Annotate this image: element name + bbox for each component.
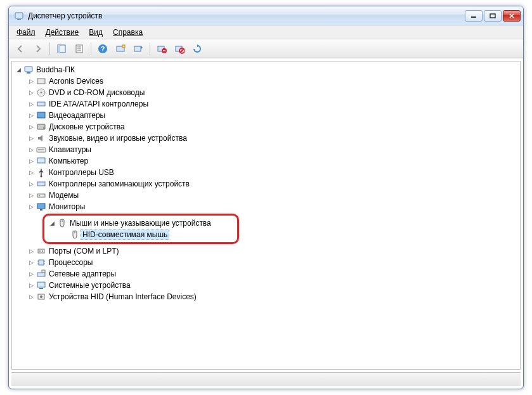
- expand-icon[interactable]: ▷: [27, 191, 35, 199]
- device-manager-window: Диспетчер устройств Файл Действие Вид Сп…: [8, 6, 524, 389]
- expand-icon[interactable]: ▷: [27, 77, 35, 85]
- expand-icon[interactable]: ▷: [27, 100, 35, 108]
- expand-icon[interactable]: ▷: [27, 112, 35, 119]
- hdd-icon: [36, 122, 46, 132]
- svg-rect-23: [37, 79, 45, 84]
- svg-rect-5: [58, 45, 60, 53]
- tree-item-computer[interactable]: ▷Компьютер: [25, 155, 520, 167]
- menu-action[interactable]: Действие: [41, 27, 84, 38]
- svg-rect-27: [37, 112, 45, 118]
- system-icon: [36, 280, 46, 290]
- pc-icon: [36, 156, 46, 166]
- tree-item-storage-ctrl[interactable]: ▷Контроллеры запоминающих устройств: [25, 178, 520, 190]
- expand-icon[interactable]: ▷: [27, 157, 35, 165]
- tree-item-usb[interactable]: ▷Контроллеры USB: [25, 167, 520, 178]
- expand-icon[interactable]: ▷: [27, 247, 35, 255]
- tree-item-ports[interactable]: ▷Порты (COM и LPT): [25, 245, 520, 257]
- tree-item-hid[interactable]: ▷Устройства HID (Human Interface Devices…: [25, 291, 520, 302]
- expand-icon[interactable]: ▷: [27, 293, 35, 301]
- refresh-button[interactable]: [190, 41, 205, 56]
- svg-rect-51: [37, 282, 45, 287]
- show-hide-tree-button[interactable]: [54, 41, 69, 56]
- svg-rect-22: [27, 72, 30, 74]
- menu-view[interactable]: Вид: [84, 27, 108, 38]
- forward-button[interactable]: [30, 41, 46, 56]
- collapse-icon[interactable]: ◢: [15, 66, 22, 74]
- minimize-button[interactable]: [465, 10, 483, 22]
- titlebar: Диспетчер устройств: [9, 6, 523, 25]
- menu-help[interactable]: Справка: [108, 27, 148, 38]
- tree-item-disk[interactable]: ▷Дисковые устройства: [25, 121, 520, 133]
- maximize-button[interactable]: [484, 10, 502, 22]
- svg-rect-35: [37, 194, 45, 197]
- device-icon: [36, 76, 46, 86]
- tree-label: Buddha-ПК: [36, 65, 75, 74]
- expand-icon[interactable]: ▷: [27, 89, 35, 96]
- tree-label: Мыши и иные указывающие устройства: [70, 219, 211, 228]
- properties-button[interactable]: [72, 41, 87, 56]
- usb-icon: [36, 167, 46, 178]
- expand-icon[interactable]: ▷: [27, 180, 35, 188]
- statusbar: [11, 372, 521, 386]
- close-button[interactable]: [503, 10, 521, 22]
- tree-item-hid-mouse[interactable]: ▷ HID-совместимая мышь: [57, 229, 237, 240]
- svg-point-54: [40, 295, 42, 298]
- svg-rect-26: [37, 102, 45, 106]
- svg-rect-41: [38, 249, 44, 253]
- window-controls: [465, 10, 521, 22]
- uninstall-button[interactable]: [154, 41, 169, 56]
- menu-file[interactable]: Файл: [11, 27, 41, 38]
- svg-rect-34: [37, 182, 45, 186]
- monitor-icon: [36, 202, 46, 212]
- svg-point-36: [39, 195, 40, 197]
- back-button[interactable]: [13, 41, 28, 56]
- svg-rect-52: [39, 288, 43, 289]
- toolbar-separator: [91, 42, 91, 55]
- svg-point-33: [41, 176, 42, 178]
- scan-hardware-button[interactable]: [113, 41, 128, 56]
- tree-item-video[interactable]: ▷Видеоадаптеры: [25, 110, 520, 121]
- update-driver-button[interactable]: [131, 41, 146, 56]
- expand-icon[interactable]: ▷: [27, 123, 35, 131]
- window-title: Диспетчер устройств: [28, 11, 465, 20]
- device-tree-panel[interactable]: ◢ Buddha-ПК ▷Acronis Devices ▷DVD и CD-R…: [11, 61, 521, 370]
- svg-point-25: [41, 92, 42, 94]
- disable-button[interactable]: [172, 41, 187, 56]
- network-icon: [36, 269, 46, 279]
- modem-icon: [36, 190, 46, 200]
- expand-icon[interactable]: ▷: [27, 134, 35, 142]
- svg-rect-0: [15, 13, 23, 18]
- tree-root[interactable]: ◢ Buddha-ПК: [12, 64, 520, 75]
- collapse-icon[interactable]: ◢: [48, 219, 56, 227]
- help-button[interactable]: ?: [95, 41, 110, 56]
- tree-item-dvd[interactable]: ▷DVD и CD-ROM дисководы: [25, 87, 520, 98]
- tree-item-cpu[interactable]: ▷Процессоры: [25, 257, 520, 268]
- expand-icon[interactable]: ▷: [27, 146, 35, 153]
- toolbar-separator: [49, 42, 50, 55]
- svg-rect-2: [471, 16, 476, 18]
- tree-item-keyboards[interactable]: ▷Клавиатуры: [25, 144, 520, 155]
- tree-label: HID-совместимая мышь: [81, 230, 169, 240]
- svg-rect-17: [163, 50, 165, 51]
- tree-item-acronis[interactable]: ▷Acronis Devices: [25, 75, 520, 87]
- disc-icon: [36, 87, 46, 98]
- controller-icon: [36, 99, 46, 109]
- tree-item-sound[interactable]: ▷Звуковые, видео и игровые устройства: [25, 133, 520, 144]
- hid-icon: [36, 292, 46, 302]
- tree-item-mice[interactable]: ◢ Мыши и иные указывающие устройства: [44, 217, 237, 229]
- expand-icon[interactable]: ▷: [27, 270, 35, 278]
- svg-rect-37: [37, 204, 45, 209]
- mouse-icon: [57, 218, 67, 228]
- svg-point-42: [39, 250, 41, 252]
- expand-icon[interactable]: ▷: [27, 169, 35, 176]
- toolbar-separator: [150, 42, 150, 55]
- tree-item-network[interactable]: ▷Сетевые адаптеры: [25, 268, 520, 280]
- expand-icon[interactable]: ▷: [27, 203, 35, 210]
- tree-item-monitors[interactable]: ▷Мониторы: [25, 201, 520, 212]
- tree-item-ide[interactable]: ▷IDE ATA/ATAPI контроллеры: [25, 98, 520, 110]
- tree-item-system[interactable]: ▷Системные устройства: [25, 280, 520, 291]
- tree-item-modems[interactable]: ▷Модемы: [25, 190, 520, 201]
- expand-icon[interactable]: ▷: [27, 282, 35, 289]
- highlight-annotation: ◢ Мыши и иные указывающие устройства ▷ H…: [42, 214, 239, 244]
- expand-icon[interactable]: ▷: [27, 259, 35, 266]
